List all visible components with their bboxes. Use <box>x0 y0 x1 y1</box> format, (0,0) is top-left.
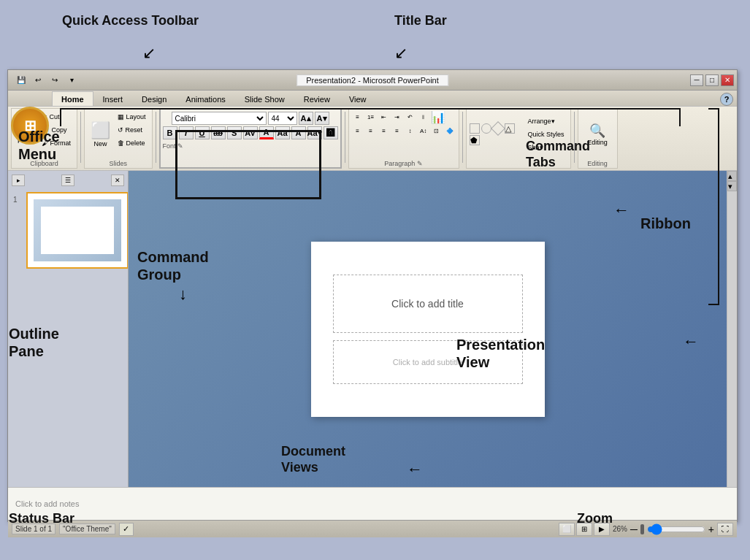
shape-fill-button[interactable]: Sha▾ <box>525 142 567 153</box>
undo-button[interactable]: ↩ <box>31 74 45 87</box>
fit-window-button[interactable]: ⛶ <box>717 523 733 536</box>
fontsize-a-button[interactable]: A <box>291 126 306 139</box>
align-center-button[interactable]: ≡ <box>365 126 377 136</box>
normal-view-button[interactable]: ⬜ <box>559 523 575 536</box>
bold-button[interactable]: B <box>163 126 177 139</box>
new-slide-label: New <box>94 140 107 147</box>
align-left-button[interactable]: ≡ <box>352 126 364 136</box>
redo-button[interactable]: ↪ <box>47 74 62 87</box>
increase-indent-button[interactable]: ⇥ <box>391 112 403 123</box>
clipboard-label: Clipboard <box>12 160 77 167</box>
charspacing-button[interactable]: AV <box>243 126 258 139</box>
slide-canvas: Click to add title Click to add subtitle <box>311 242 545 417</box>
format-painter-button[interactable]: 🖌 Format <box>39 137 74 149</box>
shape-1[interactable] <box>470 123 480 134</box>
shape-2[interactable] <box>481 123 491 134</box>
editing-label-bottom: Editing <box>578 160 617 167</box>
notes-panel: Click to add notes <box>8 487 737 520</box>
close-button[interactable]: ✕ <box>721 74 734 86</box>
text-dir-button[interactable]: A↕ <box>418 126 429 136</box>
help-button[interactable]: ? <box>720 93 733 106</box>
minimize-button[interactable]: ─ <box>690 74 703 86</box>
decrease-indent-button[interactable]: ⇤ <box>378 112 390 123</box>
slide-layout-button[interactable]: ▦ Layout <box>115 111 149 123</box>
slide-sorter-button[interactable]: ⊞ <box>576 523 592 536</box>
font-label: Font ✎ <box>163 141 338 150</box>
status-right: ⬜ ⊞ ▶ 26% ─ + ⛶ <box>559 523 733 536</box>
delete-button[interactable]: 🗑 Delete <box>115 137 149 149</box>
underline-button[interactable]: U <box>195 126 210 139</box>
slide-thumb-preview <box>34 199 121 261</box>
spell-check-icon[interactable]: ✓ <box>119 523 134 536</box>
numbering-button[interactable]: 1≡ <box>365 112 377 123</box>
tab-view[interactable]: View <box>340 91 376 106</box>
new-slide-button[interactable]: ⬜ New <box>88 119 113 150</box>
quick-styles-button[interactable]: Quick Styles <box>525 129 567 140</box>
view-buttons: ⬜ ⊞ ▶ <box>559 523 610 536</box>
linespace-button[interactable]: ↕ <box>405 126 416 136</box>
shadow-button[interactable]: S <box>227 126 242 139</box>
tab-slideshow[interactable]: Slide Show <box>235 91 294 106</box>
rtl-button[interactable]: ↶ <box>405 112 416 123</box>
shape-3[interactable] <box>491 121 505 136</box>
increase-size-button[interactable]: A▴ <box>299 112 313 125</box>
tab-insert[interactable]: Insert <box>93 91 133 106</box>
vertical-scrollbar[interactable]: ▴ ▾ <box>727 171 737 487</box>
zoom-in-button[interactable]: + <box>708 523 714 535</box>
ribbon-body: 📋 Paste ✂ Cut 📄 Copy 🖌 Format Clipboard … <box>8 107 737 171</box>
fontsize-aa-button[interactable]: Aa <box>275 126 290 139</box>
justify-button[interactable]: ≡ <box>391 126 403 136</box>
theme-info: "Office Theme" <box>59 523 115 534</box>
tab-design[interactable]: Design <box>132 91 176 106</box>
panel-collapse-button[interactable]: ▸ <box>12 174 25 186</box>
find-button[interactable]: 🔍 Editing <box>584 120 611 148</box>
text-align-vert-button[interactable]: ⊡ <box>431 126 443 136</box>
scroll-down-button[interactable]: ▾ <box>727 181 737 191</box>
change-case-button[interactable]: Aa▾ <box>307 126 322 139</box>
clearformat-button[interactable]: 🅰 <box>324 126 338 139</box>
italic-button[interactable]: I <box>179 126 194 139</box>
font-size-select[interactable]: 44 <box>268 112 297 125</box>
save-button[interactable]: 💾 <box>14 74 28 87</box>
slide-title-box[interactable]: Click to add title <box>333 275 523 333</box>
arrange-button[interactable]: Arrange▾ <box>525 115 567 127</box>
slideshow-button[interactable]: ▶ <box>594 523 610 536</box>
reset-button[interactable]: ↺ Reset <box>115 124 149 136</box>
slide-title-placeholder: Click to add title <box>391 298 464 310</box>
tab-home[interactable]: Home <box>52 91 93 106</box>
scroll-up-button[interactable]: ▴ <box>727 171 737 181</box>
slide-thumbnail[interactable] <box>26 192 129 269</box>
customize-button[interactable]: ▾ <box>64 74 79 87</box>
editing-group: 🔍 Editing Editing <box>578 108 618 169</box>
find-icon: 🔍 <box>589 123 605 139</box>
strikethrough-button[interactable]: ab <box>211 126 226 139</box>
tab-review[interactable]: Review <box>294 91 340 106</box>
columns-button[interactable]: ⫴ <box>418 112 429 123</box>
zoom-level: 26% <box>613 525 627 533</box>
office-icon: ⊞ <box>24 117 37 134</box>
fontcolor-button[interactable]: A <box>259 126 274 139</box>
tab-animations[interactable]: Animations <box>176 91 234 106</box>
notes-placeholder[interactable]: Click to add notes <box>15 499 79 508</box>
title-bar-text: Presentation2 - Microsoft PowerPoint <box>296 74 448 86</box>
maximize-button[interactable]: □ <box>705 74 719 86</box>
slide-subtitle-box[interactable]: Click to add subtitle <box>333 340 523 384</box>
slide-thumb-container: 1 <box>26 192 124 269</box>
zoom-slider[interactable] <box>647 524 705 534</box>
zoom-out-button[interactable]: ─ <box>630 523 638 535</box>
annotation-quick-access: Quick Access Toolbar <box>62 13 199 28</box>
font-family-select[interactable]: Calibri <box>172 112 267 125</box>
panel-close-button[interactable]: ✕ <box>111 174 124 186</box>
smartart-button[interactable]: 🔷 <box>444 126 456 136</box>
panel-tabs-button[interactable]: ☰ <box>61 174 74 186</box>
bullets-button[interactable]: ≡ <box>352 112 364 123</box>
decrease-size-button[interactable]: A▾ <box>315 112 329 125</box>
shape-4[interactable]: △ <box>505 123 515 134</box>
shape-5[interactable]: ⬟ <box>470 135 480 145</box>
annotation-title-bar: Title Bar <box>394 13 447 28</box>
bar-chart-button[interactable]: 📊 <box>431 110 445 124</box>
divider-5 <box>574 112 575 163</box>
align-right-button[interactable]: ≡ <box>378 126 390 136</box>
office-button[interactable]: ⊞ <box>11 107 49 145</box>
divider-3 <box>345 112 345 163</box>
